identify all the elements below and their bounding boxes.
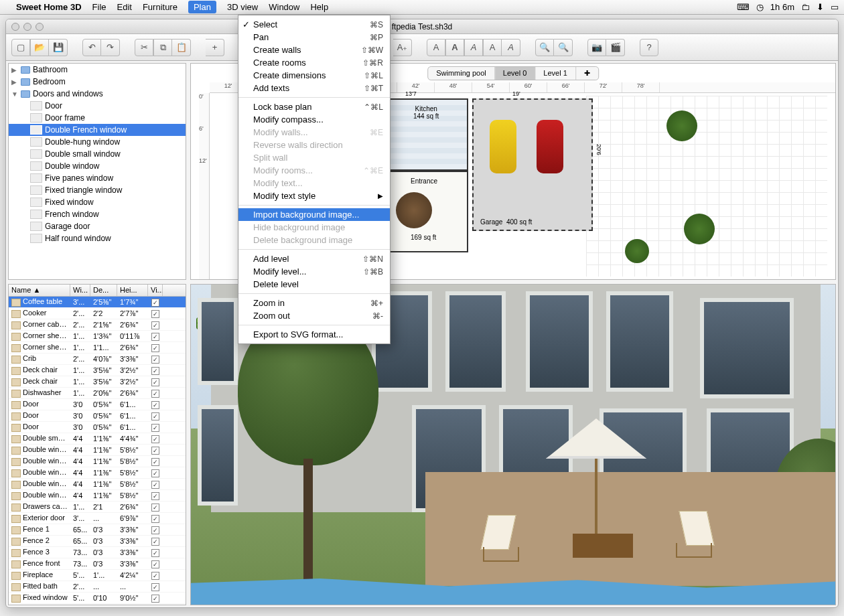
menu-item[interactable]: Create walls⇧⌘W bbox=[238, 44, 390, 56]
visible-checkbox[interactable]: ✓ bbox=[151, 367, 159, 375]
visible-checkbox[interactable]: ✓ bbox=[151, 515, 159, 523]
table-row[interactable]: Double window4'41'1⅜"5'8½"✓ bbox=[9, 479, 186, 490]
menu-item[interactable]: Modify text style▶ bbox=[238, 189, 390, 202]
zoom-icon[interactable] bbox=[36, 23, 44, 31]
minimize-icon[interactable] bbox=[23, 23, 31, 31]
round-table[interactable] bbox=[396, 192, 432, 228]
text-bold-button[interactable]: A bbox=[427, 39, 445, 56]
garage-room[interactable]: Garage 400 sq ft bbox=[472, 98, 593, 231]
catalog-item[interactable]: Five panes window bbox=[9, 172, 186, 184]
bush-icon[interactable] bbox=[666, 110, 697, 141]
help-button[interactable]: ? bbox=[640, 39, 658, 56]
furniture-header[interactable]: Name ▲ Wi... De... Hei... Vi... bbox=[9, 285, 186, 297]
menu-item[interactable]: Create dimensions⇧⌘L bbox=[238, 69, 390, 82]
visible-checkbox[interactable]: ✓ bbox=[151, 549, 159, 557]
menu-item[interactable]: Delete level bbox=[238, 278, 390, 291]
folder-icon[interactable]: 🗀 bbox=[801, 2, 810, 12]
table-row[interactable]: Double window4'41'1⅜"5'8½"✓ bbox=[9, 445, 186, 456]
copy-button[interactable]: ⧉ bbox=[153, 39, 172, 56]
table-row[interactable]: Fireplace5'...1'...4'2¼"✓ bbox=[9, 570, 186, 581]
menu-item[interactable]: Modify level...⇧⌘B bbox=[238, 265, 390, 278]
visible-checkbox[interactable]: ✓ bbox=[151, 572, 159, 580]
visible-checkbox[interactable]: ✓ bbox=[151, 560, 159, 568]
catalog-item[interactable]: Double-hung window bbox=[9, 136, 186, 148]
table-row[interactable]: Fence 165...0'33'3⅜"✓ bbox=[9, 524, 186, 536]
visible-checkbox[interactable]: ✓ bbox=[151, 481, 159, 489]
table-row[interactable]: Door3'00'5¾"6'1...✓ bbox=[9, 422, 186, 433]
clock-icon[interactable]: ◷ bbox=[756, 2, 764, 12]
menu-plan[interactable]: Plan bbox=[188, 1, 216, 13]
visible-checkbox[interactable]: ✓ bbox=[151, 321, 159, 329]
menu-edit[interactable]: Edit bbox=[117, 2, 132, 12]
menu-window[interactable]: Window bbox=[269, 2, 299, 12]
catalog-item[interactable]: Door bbox=[9, 100, 186, 112]
visible-checkbox[interactable]: ✓ bbox=[151, 299, 159, 307]
table-row[interactable]: Door3'00'5¾"6'1...✓ bbox=[9, 399, 186, 410]
menu-item[interactable]: Import background image... bbox=[238, 208, 390, 221]
catalog-item[interactable]: French window bbox=[9, 208, 186, 220]
col-visible[interactable]: Vi... bbox=[148, 285, 163, 296]
text-italic-button[interactable]: A bbox=[464, 39, 483, 56]
catalog-item[interactable]: Garage door bbox=[9, 220, 186, 232]
entrance-room[interactable]: Entrance 169 sq ft bbox=[389, 171, 468, 252]
table-row[interactable]: Fence 373...0'33'3⅜"✓ bbox=[9, 547, 186, 558]
car-yellow[interactable] bbox=[490, 120, 516, 173]
table-row[interactable]: Deck chair1'...3'5⅛"3'2½"✓ bbox=[9, 376, 186, 388]
text-color-button[interactable]: A bbox=[502, 39, 520, 56]
col-width[interactable]: Wi... bbox=[70, 285, 90, 296]
table-row[interactable]: Exterior door3'......6'9⅞"✓ bbox=[9, 513, 186, 524]
visible-checkbox[interactable]: ✓ bbox=[151, 469, 159, 477]
table-row[interactable]: Deck chair1'...3'5⅛"3'2½"✓ bbox=[9, 365, 186, 376]
menu-item[interactable]: Modify compass... bbox=[238, 113, 390, 126]
menu-item[interactable]: Add texts⇧⌘T bbox=[238, 82, 390, 94]
table-row[interactable]: Coffee table3'...2'5⅜"1'7¾"✓ bbox=[9, 297, 186, 308]
table-row[interactable]: Fence front73...0'33'3⅜"✓ bbox=[9, 558, 186, 570]
redo-button[interactable]: ↷ bbox=[101, 39, 120, 56]
visible-checkbox[interactable]: ✓ bbox=[151, 583, 159, 591]
catalog-item[interactable]: Half round window bbox=[9, 232, 186, 244]
text-style-button[interactable]: A bbox=[483, 39, 502, 56]
table-row[interactable]: Crib2'...4'0⅞"3'3⅜"✓ bbox=[9, 354, 186, 365]
furniture-table-pane[interactable]: Name ▲ Wi... De... Hei... Vi... Coffee t… bbox=[8, 284, 186, 605]
paste-button[interactable]: 📋 bbox=[172, 39, 191, 56]
menu-item[interactable]: Zoom in⌘+ bbox=[238, 297, 390, 309]
visible-checkbox[interactable]: ✓ bbox=[151, 526, 159, 534]
table-row[interactable]: Corner shelves1'...1'1...2'6¾"✓ bbox=[9, 342, 186, 354]
tab-swimming-pool[interactable]: Swimming pool bbox=[428, 67, 495, 80]
open-button[interactable]: 📂 bbox=[30, 39, 49, 56]
undo-button[interactable]: ↶ bbox=[82, 39, 101, 56]
menu-3dview[interactable]: 3D view bbox=[227, 2, 258, 12]
visible-checkbox[interactable]: ✓ bbox=[151, 538, 159, 546]
table-row[interactable]: Cooker2'...2'22'7⅞"✓ bbox=[9, 308, 186, 319]
add-level-button[interactable]: ✚ bbox=[576, 67, 598, 80]
visible-checkbox[interactable]: ✓ bbox=[151, 595, 159, 603]
menu-item[interactable]: Pan⌘P bbox=[238, 31, 390, 44]
table-row[interactable]: Double window4'41'1⅜"5'8½"✓ bbox=[9, 467, 186, 479]
table-row[interactable]: Fence 265...0'33'3⅜"✓ bbox=[9, 536, 186, 547]
table-row[interactable]: Fitted bath2'.........✓ bbox=[9, 581, 186, 593]
catalog-pane[interactable]: ▶Bathroom▶Bedroom▼Doors and windowsDoorD… bbox=[8, 63, 186, 280]
table-row[interactable]: Drawers cabi...1'...2'12'6¾"✓ bbox=[9, 502, 186, 513]
visible-checkbox[interactable]: ✓ bbox=[151, 504, 159, 512]
menu-item[interactable]: Lock base plan⌃⌘L bbox=[238, 100, 390, 113]
menu-file[interactable]: File bbox=[92, 2, 107, 12]
catalog-item[interactable]: Double window bbox=[9, 160, 186, 172]
menu-item[interactable]: Zoom out⌘- bbox=[238, 309, 390, 322]
save-button[interactable]: 💾 bbox=[49, 39, 68, 56]
table-row[interactable]: Double window4'41'1⅜"5'8½"✓ bbox=[9, 456, 186, 467]
visible-checkbox[interactable]: ✓ bbox=[151, 424, 159, 432]
col-depth[interactable]: De... bbox=[90, 285, 117, 296]
kitchen-room[interactable]: Kitchen144 sq ft bbox=[389, 98, 468, 171]
catalog-item[interactable]: Fixed triangle window bbox=[9, 184, 186, 196]
app-name[interactable]: Sweet Home 3D bbox=[16, 2, 82, 12]
visible-checkbox[interactable]: ✓ bbox=[151, 344, 159, 352]
new-button[interactable]: ▢ bbox=[11, 39, 30, 56]
cut-button[interactable]: ✂ bbox=[135, 39, 153, 56]
zoom-in-button[interactable]: 🔍 bbox=[535, 39, 554, 56]
col-name[interactable]: Name ▲ bbox=[9, 285, 70, 296]
catalog-item[interactable]: Double French window bbox=[9, 124, 186, 136]
catalog-item[interactable]: Door frame bbox=[9, 112, 186, 124]
car-red[interactable] bbox=[537, 120, 563, 173]
terminal-icon[interactable]: ⌨ bbox=[737, 2, 750, 12]
close-icon[interactable] bbox=[11, 23, 19, 31]
